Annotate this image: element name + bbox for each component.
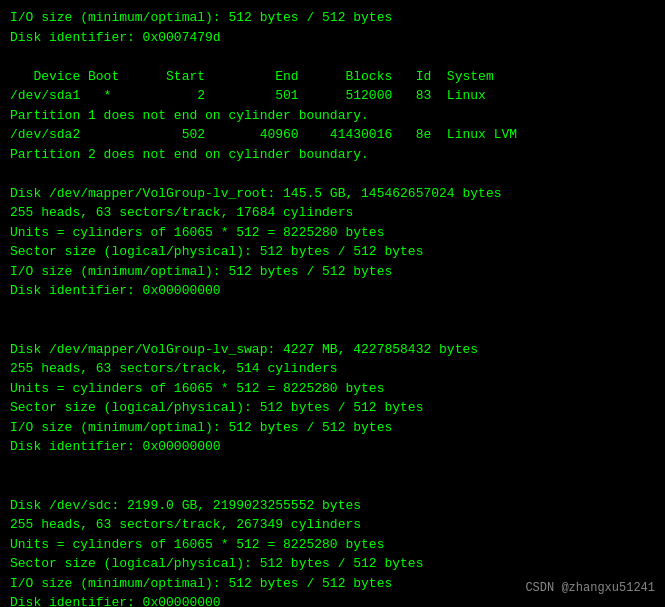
watermark: CSDN @zhangxu51241	[525, 579, 655, 597]
terminal-output: I/O size (minimum/optimal): 512 bytes / …	[10, 8, 655, 607]
